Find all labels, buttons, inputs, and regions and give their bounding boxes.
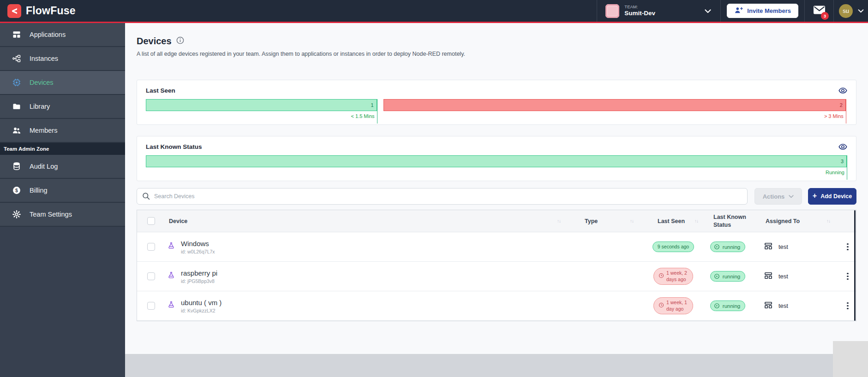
row-checkbox[interactable] [147, 302, 155, 310]
sort-icon[interactable]: ↑↓ [630, 218, 634, 224]
invite-members-button[interactable]: Invite Members [727, 4, 798, 18]
bar-segment: 2 > 3 Mins [383, 99, 846, 124]
bar-value: 2 [383, 99, 846, 111]
device-name[interactable]: raspberry pi [181, 269, 217, 277]
sidebar-item-label: Team Settings [30, 211, 72, 218]
page-description: A list of all edge devices registered in… [137, 51, 856, 57]
status-badge: running [710, 242, 745, 252]
bar-label: < 1.5 Mins [146, 113, 377, 119]
svg-text:$: $ [15, 188, 18, 193]
column-header-device: Device [169, 218, 187, 224]
folder-icon [12, 102, 21, 111]
kebab-menu-icon[interactable] [845, 300, 850, 312]
flowfuse-logo-icon [7, 4, 21, 18]
instances-icon [12, 54, 21, 63]
sidebar-item-audit-log[interactable]: Audit Log [0, 155, 125, 179]
last-known-status-card: Last Known Status 3 Running [137, 136, 856, 181]
sidebar-item-library[interactable]: Library [0, 95, 125, 119]
bar-label: Running [146, 170, 847, 175]
sort-icon[interactable]: ↑↓ [557, 218, 561, 224]
team-name: Sumit-Dev [624, 10, 655, 17]
sidebar-item-billing[interactable]: $ Billing [0, 179, 125, 203]
applications-icon [12, 30, 21, 39]
eye-icon[interactable] [838, 143, 847, 150]
top-navbar: FlowFuse TEAM: Sumit-Dev Invite Members [0, 0, 868, 23]
search-input[interactable] [137, 188, 748, 205]
table-row[interactable]: ubuntu ( vm ) id: KvGpkzzLX2 1 week, 1 d… [137, 291, 856, 321]
database-icon [12, 162, 21, 171]
devices-table: Device ↑↓ Type ↑↓ Last Seen ↑↓ Last Know… [137, 210, 856, 321]
user-menu-button[interactable]: su [834, 0, 858, 22]
sort-icon[interactable]: ↑↓ [826, 218, 830, 224]
notifications-button[interactable]: 3 [805, 0, 833, 22]
bar-segment: 1 < 1.5 Mins [146, 99, 377, 124]
notification-badge: 3 [821, 12, 829, 20]
clock-icon [658, 302, 664, 310]
team-label: TEAM: [624, 5, 655, 10]
devices-chip-icon [12, 78, 21, 87]
devices-toolbar: Actions + Add Device [137, 188, 856, 205]
bar-segment: 3 Running [146, 155, 847, 180]
status-badge: running [710, 300, 745, 311]
device-flask-icon [167, 300, 176, 312]
sidebar-item-devices[interactable]: Devices [0, 71, 125, 95]
column-header-type: Type [585, 218, 598, 224]
sidebar-item-team-settings[interactable]: Team Settings [0, 203, 125, 227]
column-header-last-known-status: Last Known Status [713, 213, 747, 229]
select-all-checkbox[interactable] [147, 217, 155, 225]
team-selector[interactable]: TEAM: Sumit-Dev [597, 0, 720, 22]
table-header-row: Device ↑↓ Type ↑↓ Last Seen ↑↓ Last Know… [137, 210, 856, 232]
clock-icon [658, 273, 664, 280]
device-name[interactable]: ubuntu ( vm ) [181, 299, 221, 306]
bar-label: > 3 Mins [383, 113, 846, 119]
main-content: Devices A list of all edge devices regis… [125, 23, 868, 377]
info-icon[interactable] [176, 36, 184, 46]
brand-name: FlowFuse [26, 5, 76, 17]
bottom-corner [833, 341, 868, 377]
sidebar-item-members[interactable]: Members [0, 119, 125, 143]
status-badge: running [710, 271, 745, 282]
last-seen-bar-chart: 1 < 1.5 Mins 2 > 3 Mins [146, 99, 847, 124]
sidebar-item-label: Applications [30, 31, 66, 38]
device-id: id: KvGpkzzLX2 [181, 308, 221, 313]
user-avatar: su [839, 4, 853, 18]
table-row[interactable]: Windows id: w0L26q7L7x 9 seconds ago run… [137, 232, 856, 262]
sidebar: Applications Instances Devices Library M… [0, 23, 125, 377]
sidebar-item-label: Members [30, 127, 57, 134]
users-icon [12, 126, 21, 135]
last-known-status-title: Last Known Status [146, 143, 202, 150]
row-checkbox[interactable] [147, 272, 155, 280]
add-device-button[interactable]: + Add Device [808, 188, 856, 205]
search-icon [142, 192, 150, 202]
last-seen-badge: 9 seconds ago [652, 242, 694, 253]
team-avatar [605, 4, 619, 18]
chevron-down-icon[interactable] [858, 9, 868, 13]
assigned-to-value[interactable]: test [778, 302, 788, 309]
kebab-menu-icon[interactable] [845, 242, 850, 253]
device-name[interactable]: Windows [181, 240, 215, 247]
column-header-assigned-to: Assigned To [766, 218, 800, 224]
sidebar-item-label: Instances [30, 55, 58, 62]
bar-value: 3 [146, 155, 847, 167]
last-seen-card: Last Seen 1 < 1.5 Mins 2 > 3 Mins [137, 80, 856, 125]
table-row[interactable]: raspberry pi id: jPG5Bpp3v8 1 week, 2 da… [137, 262, 856, 291]
device-flask-icon [167, 271, 176, 282]
sidebar-item-label: Library [30, 103, 50, 110]
sort-icon[interactable]: ↑↓ [694, 218, 698, 224]
eye-icon[interactable] [838, 87, 847, 94]
sidebar-item-applications[interactable]: Applications [0, 23, 125, 47]
row-checkbox[interactable] [147, 243, 155, 251]
page-title: Devices [137, 36, 172, 47]
sidebar-item-label: Devices [30, 79, 54, 86]
gear-icon [12, 210, 21, 219]
application-icon [764, 271, 773, 282]
application-icon [764, 300, 773, 311]
assigned-to-value[interactable]: test [778, 273, 788, 280]
last-known-status-bar-chart: 3 Running [146, 155, 847, 180]
kebab-menu-icon[interactable] [845, 271, 850, 282]
table-scrollbar[interactable] [854, 210, 856, 321]
actions-button[interactable]: Actions [754, 188, 802, 205]
sidebar-item-instances[interactable]: Instances [0, 47, 125, 71]
assigned-to-value[interactable]: test [778, 243, 788, 250]
brand[interactable]: FlowFuse [7, 4, 76, 18]
